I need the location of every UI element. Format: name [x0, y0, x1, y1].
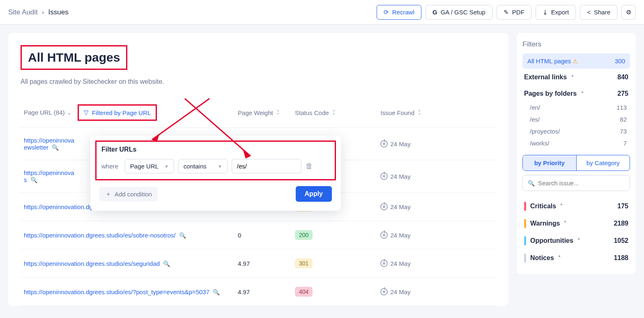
page-weight-cell: 4.97 [235, 249, 292, 278]
magnifier-icon[interactable]: 🔍 [179, 232, 186, 239]
toggle-by-category[interactable]: by Category [576, 155, 630, 171]
chevron-down-icon[interactable]: ⌄ [67, 109, 72, 116]
severity-bar [524, 219, 526, 228]
sort-icon[interactable] [276, 109, 281, 115]
table-row: https://openinnovation.dgrees.studio/es/… [21, 221, 496, 249]
severity-crit[interactable]: Criticals˄175 [522, 198, 630, 215]
share-button[interactable]: < Share [580, 5, 617, 20]
breadcrumb: Site Audit › Issues [8, 8, 69, 16]
filter-where-label: where [101, 163, 118, 170]
severity-warn[interactable]: Warnings˄2189 [522, 215, 630, 232]
plus-icon: ＋ [105, 190, 111, 198]
severity-count: 175 [617, 203, 628, 210]
severity-label: Criticals [530, 203, 556, 210]
col-issue-found[interactable]: Issue Found [380, 109, 414, 116]
search-issue-box[interactable]: 🔍 [522, 175, 630, 191]
filter-operator-select[interactable]: contains ▼ [178, 159, 228, 173]
download-icon: ⤓ [543, 9, 548, 16]
target-icon [380, 288, 388, 295]
filter-popover-title: Filter URLs [101, 146, 330, 153]
folder-label: /works/ [530, 140, 550, 147]
recrawl-label: Recrawl [392, 9, 414, 16]
recrawl-button[interactable]: ⟳ Recrawl [377, 5, 421, 20]
sidebar-external-links[interactable]: External links ˄ 840 [522, 69, 630, 85]
severity-count: 1052 [614, 237, 628, 244]
issue-date: 24 May [390, 232, 410, 239]
col-page-url[interactable]: Page URL (84) [24, 109, 65, 116]
sidebar-folder-item[interactable]: /works/7 [522, 137, 630, 149]
page-url-link[interactable]: https://openinnovation.dgrees.studio/es/… [24, 288, 209, 295]
magnifier-icon[interactable]: 🔍 [213, 289, 220, 295]
pdf-label: PDF [512, 9, 524, 16]
folder-label: /en/ [530, 104, 540, 111]
topbar: Site Audit › Issues ⟳ Recrawl G GA / GSC… [0, 0, 644, 25]
breadcrumb-sep: › [42, 8, 44, 16]
chevron-up-icon: ˄ [571, 75, 574, 81]
ga-gsc-setup-button[interactable]: G GA / GSC Setup [426, 5, 492, 20]
search-issue-input[interactable] [538, 180, 625, 187]
sort-icon[interactable] [332, 109, 337, 115]
filters-sidebar: Filters All HTML pages ⚠ 300 External li… [517, 33, 636, 274]
filter-value-input[interactable] [232, 159, 301, 173]
magnifier-icon[interactable]: 🔍 [163, 260, 170, 267]
pdf-icon: ✎ [504, 9, 509, 16]
filter-by-url-button[interactable]: ▽ Filtered by Page URL [78, 104, 157, 121]
settings-button[interactable]: ⚙ [621, 5, 636, 20]
sidebar-title: Filters [522, 40, 630, 48]
table-row: https://openinnovation.dgrees.studio/es/… [21, 278, 496, 306]
ga-gsc-label: GA / GSC Setup [441, 9, 485, 16]
severity-count: 1188 [614, 254, 628, 262]
add-condition-button[interactable]: ＋ Add condition [99, 187, 158, 201]
sidebar-folder-item[interactable]: /proyectos/73 [522, 125, 630, 137]
severity-count: 2189 [614, 220, 628, 227]
export-button[interactable]: ⤓ Export [536, 5, 576, 20]
target-icon [380, 203, 388, 210]
filter-field-select[interactable]: Page URL ▼ [125, 159, 174, 173]
sidebar-folder-item[interactable]: /es/82 [522, 113, 630, 125]
sidebar-filter-all-html[interactable]: All HTML pages ⚠ 300 [522, 53, 630, 69]
severity-label: Notices [530, 254, 554, 262]
google-icon: G [432, 9, 437, 16]
page-url-link[interactable]: https://openinnovaewsletter [24, 137, 74, 151]
filter-field-value: Page URL [130, 163, 159, 170]
chevron-up-icon: ˄ [558, 255, 561, 261]
refresh-icon: ⟳ [384, 9, 389, 16]
folder-count: 7 [623, 140, 627, 147]
col-page-weight[interactable]: Page Weight [238, 109, 273, 116]
issue-date: 24 May [390, 288, 410, 295]
export-label: Export [551, 9, 569, 16]
sort-icon[interactable] [418, 109, 423, 115]
page-url-link[interactable]: https://openinnovation.dgrees.studio/es/… [24, 232, 175, 239]
breadcrumb-parent[interactable]: Site Audit [8, 8, 38, 16]
page-subtitle: All pages crawled by Sitechecker on this… [21, 78, 496, 85]
status-badge: 301 [295, 258, 313, 268]
issue-date: 24 May [390, 141, 410, 147]
severity-opp[interactable]: Opportunities˄1052 [522, 232, 630, 249]
chevron-down-icon: ▼ [218, 164, 222, 169]
severity-label: Opportunities [530, 237, 573, 244]
magnifier-icon[interactable]: 🔍 [30, 177, 37, 183]
chevron-up-icon: ˄ [560, 203, 563, 209]
severity-not[interactable]: Notices˄1188 [522, 249, 630, 267]
chevron-up-icon: ˄ [564, 221, 566, 226]
sidebar-sec-count: 840 [617, 74, 628, 81]
share-label: Share [594, 9, 610, 16]
magnifier-icon[interactable]: 🔍 [52, 144, 59, 151]
page-title: All HTML pages [21, 45, 127, 70]
page-url-link[interactable]: https://openinnovation.dgrees.studio/es/… [24, 260, 160, 267]
sidebar-pages-by-folders[interactable]: Pages by folders ˅ 275 [522, 85, 630, 101]
folder-count: 73 [620, 128, 627, 135]
col-status-code[interactable]: Status Code [295, 109, 329, 116]
target-icon [380, 231, 388, 239]
trash-icon[interactable]: 🗑 [306, 162, 313, 171]
toggle-by-priority[interactable]: by Priority [523, 155, 576, 171]
page-weight-cell: 4.97 [235, 278, 292, 306]
folder-label: /proyectos/ [530, 128, 560, 135]
severity-label: Warnings [530, 220, 560, 227]
sidebar-sec-label: Pages by folders [524, 90, 577, 97]
chevron-down-icon: ˅ [581, 91, 584, 97]
apply-button[interactable]: Apply [296, 186, 332, 202]
sidebar-filter-count: 300 [615, 58, 625, 65]
sidebar-folder-item[interactable]: /en/113 [522, 101, 630, 113]
pdf-button[interactable]: ✎ PDF [497, 5, 531, 20]
